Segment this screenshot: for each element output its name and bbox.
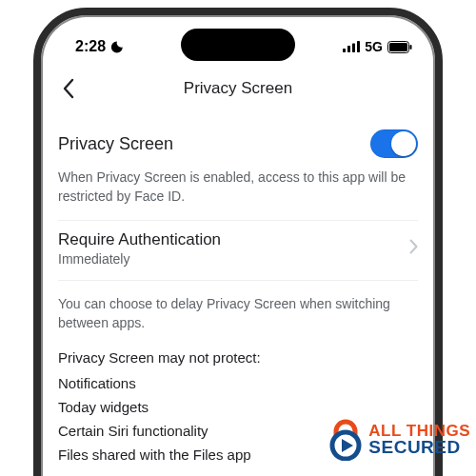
privacy-screen-switch[interactable] <box>370 129 418 158</box>
warning-heading: Privacy Screen may not protect: <box>58 346 418 371</box>
svg-rect-6 <box>410 45 412 50</box>
back-button[interactable] <box>54 74 83 103</box>
nav-bar: Privacy Screen <box>41 69 435 109</box>
warning-item: Notifications <box>58 371 418 395</box>
require-auth-title: Require Authentication <box>58 230 221 251</box>
switch-knob <box>391 131 416 156</box>
watermark: ALL THINGS SECURED <box>327 419 470 461</box>
privacy-screen-description: When Privacy Screen is enabled, access t… <box>58 166 418 220</box>
page-title: Privacy Screen <box>184 79 292 98</box>
do-not-disturb-icon <box>109 40 124 54</box>
chevron-left-icon <box>62 78 75 99</box>
lock-play-icon <box>327 419 365 461</box>
require-auth-value: Immediately <box>58 251 221 267</box>
svg-rect-0 <box>343 49 346 52</box>
phone-frame: 2:28 5G <box>33 8 443 476</box>
network-type: 5G <box>365 39 383 54</box>
status-time: 2:28 <box>75 38 106 55</box>
battery-icon <box>387 41 412 53</box>
content: Privacy Screen When Privacy Screen is en… <box>41 109 435 466</box>
dynamic-island <box>181 29 295 61</box>
require-auth-description: You can choose to delay Privacy Screen w… <box>58 280 418 347</box>
svg-rect-5 <box>389 43 407 51</box>
svg-rect-2 <box>352 44 355 53</box>
privacy-screen-label: Privacy Screen <box>58 134 173 154</box>
svg-rect-3 <box>357 41 360 52</box>
cellular-signal-icon <box>343 41 360 52</box>
require-auth-row[interactable]: Require Authentication Immediately <box>58 220 418 276</box>
svg-rect-1 <box>347 46 350 52</box>
privacy-screen-toggle-row[interactable]: Privacy Screen <box>58 116 418 166</box>
chevron-right-icon <box>409 239 418 258</box>
svg-marker-8 <box>342 439 353 452</box>
warning-item: Today widgets <box>58 395 418 419</box>
watermark-line2: SECURED <box>368 439 470 455</box>
